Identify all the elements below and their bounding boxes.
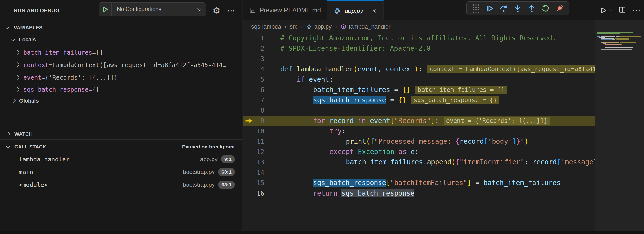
code-line-content: try: bbox=[330, 126, 346, 136]
debug-inline-value: context = LambdaContext([aws_request_id=… bbox=[427, 65, 595, 73]
frame-name: <module> bbox=[19, 181, 48, 188]
variables-section-header[interactable]: VARIABLES bbox=[0, 23, 242, 32]
code-line[interactable]: 1# Copyright Amazon.com, Inc. or its aff… bbox=[243, 33, 595, 43]
variable-row[interactable]: batch_item_failures = [] bbox=[0, 48, 242, 57]
code-line[interactable]: 4def lambda_handler(event, context):cont… bbox=[243, 64, 595, 74]
tab-app-py[interactable]: app.py bbox=[327, 0, 384, 20]
chevron-down-icon[interactable] bbox=[610, 8, 612, 12]
indent-guide bbox=[282, 126, 282, 136]
debug-start-icon[interactable] bbox=[99, 3, 112, 16]
vscode-window: RUN AND DEBUG No Configurations ⚙ ⋯ VARI… bbox=[0, 0, 644, 234]
call-stack-frame[interactable]: mainbootstrap.py60:1 bbox=[0, 166, 242, 178]
debug-config-dropdown[interactable]: No Configurations bbox=[99, 2, 206, 16]
line-number: 8 bbox=[243, 105, 264, 116]
call-stack-section-header[interactable]: CALL STACK Paused on breakpoint bbox=[0, 142, 242, 152]
tab-label: Preview README.md bbox=[260, 6, 321, 14]
minimap-line bbox=[599, 37, 605, 38]
variable-value: LambdaContext([aws_request_id=a8fa412f-a… bbox=[52, 62, 226, 68]
code-line[interactable]: 11print(f"Processed message: {record['bo… bbox=[243, 136, 595, 146]
code-line[interactable]: 3 bbox=[243, 54, 595, 64]
code-line[interactable]: 13batch_item_failures.append({"itemIdent… bbox=[243, 157, 595, 167]
code-line[interactable]: 9for record in event["Records"]:event = … bbox=[243, 116, 595, 126]
line-number: 12 bbox=[243, 146, 264, 157]
chevron-right-icon bbox=[16, 75, 19, 80]
code-line[interactable]: 2# SPDX-License-Identifier: Apache-2.0 bbox=[243, 43, 595, 54]
code-line[interactable]: 12except Exception as e: bbox=[243, 146, 595, 157]
line-number: 9 bbox=[243, 116, 264, 126]
variable-value: {} bbox=[92, 86, 100, 93]
code-line[interactable]: 5if event: bbox=[243, 74, 595, 85]
code-line[interactable]: 8 bbox=[243, 105, 595, 116]
breadcrumb: sqs-lambda › src › app.py › lambda_handl… bbox=[243, 20, 644, 33]
sidebar-title: RUN AND DEBUG bbox=[14, 0, 60, 21]
debug-inline-value: sqs_batch_response = {} bbox=[411, 96, 499, 104]
code-line[interactable]: 15sqs_batch_response["batchItemFailures"… bbox=[243, 178, 595, 188]
step-out-button[interactable] bbox=[526, 3, 537, 14]
frame-file: bootstrap.py bbox=[183, 181, 215, 188]
restart-button[interactable] bbox=[540, 3, 551, 14]
tab-preview-readme[interactable]: Preview README.md bbox=[243, 0, 327, 20]
code-line-content: batch_item_failures.append({"itemIdentif… bbox=[346, 157, 595, 167]
variable-value: [] bbox=[96, 49, 103, 56]
code-editor[interactable]: 1# Copyright Amazon.com, Inc. or its aff… bbox=[243, 33, 595, 231]
variable-name: sqs_batch_response bbox=[23, 86, 88, 93]
frame-name: main bbox=[19, 169, 33, 176]
code-line-content: for record in event["Records"]:event = {… bbox=[313, 116, 550, 126]
indent-guide bbox=[282, 95, 282, 105]
watch-section-header[interactable]: WATCH bbox=[0, 129, 242, 139]
more-actions-icon[interactable]: ⋯ bbox=[225, 0, 237, 21]
breadcrumb-item[interactable]: src bbox=[290, 23, 298, 30]
code-line[interactable]: 6batch_item_failures = []batch_item_fail… bbox=[243, 85, 595, 95]
code-line-content: if event: bbox=[297, 74, 333, 85]
editor-actions: ⋯ bbox=[600, 0, 641, 20]
code-line-content: sqs_batch_response = {}sqs_batch_respons… bbox=[313, 95, 499, 105]
gear-icon[interactable]: ⚙ bbox=[210, 0, 223, 21]
split-editor-icon[interactable] bbox=[618, 6, 626, 15]
minimap-line bbox=[597, 36, 600, 36]
paused-status: Paused on breakpoint bbox=[182, 144, 235, 150]
call-stack-frame[interactable]: <module>bootstrap.py63:1 bbox=[0, 179, 242, 190]
run-and-debug-sidebar: RUN AND DEBUG No Configurations ⚙ ⋯ VARI… bbox=[0, 0, 242, 234]
frame-name: lambda_handler bbox=[19, 156, 70, 163]
code-line[interactable]: 7sqs_batch_response = {}sqs_batch_respon… bbox=[243, 95, 595, 105]
close-icon[interactable] bbox=[371, 8, 377, 14]
debug-inline-value: event = {'Records': [{...}]} bbox=[444, 117, 550, 125]
code-line[interactable]: 16return sqs_batch_response bbox=[243, 188, 595, 198]
locals-group[interactable]: Locals bbox=[0, 35, 242, 44]
line-number: 1 bbox=[243, 33, 264, 43]
line-number: 5 bbox=[243, 74, 264, 85]
more-actions-icon[interactable]: ⋯ bbox=[632, 6, 641, 14]
code-line[interactable]: 14 bbox=[243, 167, 595, 178]
step-into-button[interactable] bbox=[512, 3, 523, 14]
minimap-line bbox=[597, 33, 620, 34]
line-number: 14 bbox=[243, 167, 264, 178]
frame-file: bootstrap.py bbox=[183, 169, 215, 175]
frame-position-badge: 9:1 bbox=[221, 155, 235, 163]
call-stack-frame[interactable]: lambda_handlerapp.py9:1 bbox=[0, 154, 242, 165]
disconnect-button[interactable] bbox=[554, 3, 565, 14]
indent-guide bbox=[298, 178, 298, 188]
variable-row[interactable]: context = LambdaContext([aws_request_id=… bbox=[0, 60, 242, 70]
breadcrumb-item[interactable]: app.py bbox=[314, 23, 332, 30]
chevron-down-icon bbox=[198, 7, 201, 11]
minimap-line bbox=[620, 36, 641, 36]
markdown-preview-icon bbox=[249, 7, 256, 13]
breadcrumb-separator: › bbox=[301, 23, 303, 30]
chevron-down-icon bbox=[12, 37, 15, 42]
run-python-file-button[interactable] bbox=[600, 6, 612, 14]
breadcrumb-item[interactable]: lambda_handler bbox=[349, 23, 390, 30]
indent-guide bbox=[298, 188, 298, 198]
gripper-icon[interactable] bbox=[470, 3, 481, 14]
step-over-button[interactable] bbox=[498, 3, 509, 14]
line-number: 4 bbox=[243, 64, 264, 74]
code-line[interactable]: 10try: bbox=[243, 126, 595, 136]
continue-button[interactable] bbox=[484, 3, 495, 14]
variable-row[interactable]: event = {'Records': [{...}]} bbox=[0, 73, 242, 82]
variable-row[interactable]: sqs_batch_response = {} bbox=[0, 85, 242, 94]
minimap[interactable] bbox=[595, 20, 644, 231]
chevron-right-icon bbox=[16, 87, 19, 92]
globals-group[interactable]: Globals bbox=[0, 96, 242, 106]
line-number: 7 bbox=[243, 95, 264, 105]
chevron-right-icon bbox=[12, 99, 15, 103]
breadcrumb-item[interactable]: sqs-lambda bbox=[251, 23, 281, 30]
